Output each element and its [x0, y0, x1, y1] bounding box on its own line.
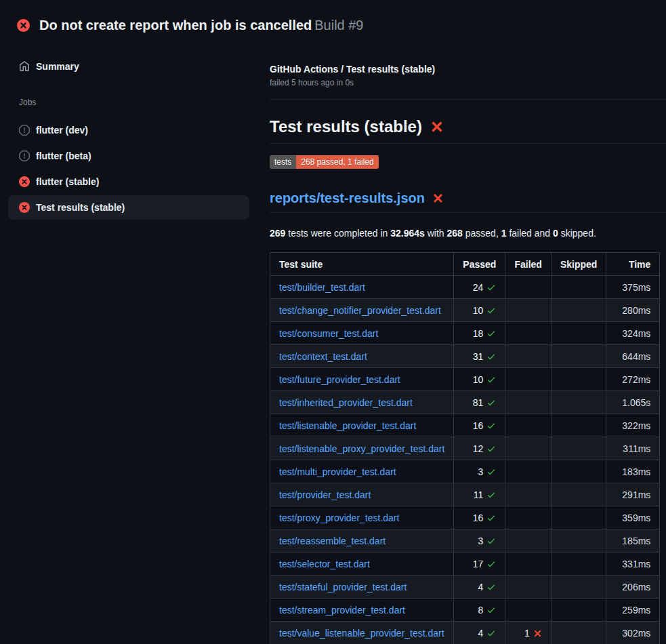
suite-link[interactable]: test/multi_provider_test.dart [279, 466, 396, 477]
suite-link[interactable]: test/proxy_provider_test.dart [279, 512, 399, 523]
suite-link[interactable]: test/selector_test.dart [279, 559, 370, 569]
passed-cell: 8 [454, 599, 505, 622]
suite-link[interactable]: test/inherited_provider_test.dart [279, 397, 413, 408]
column-header: Passed [454, 253, 505, 276]
suite-cell: test/reassemble_test.dart [270, 529, 454, 552]
badge-value: 268 passed, 1 failed [296, 155, 378, 169]
skipped-cell [551, 345, 606, 368]
summary-line: 269 tests were completed in 32.964s with… [270, 228, 666, 239]
failed-cell [505, 437, 551, 460]
test-results-table: Test suitePassedFailedSkippedTime test/b… [270, 252, 660, 644]
table-row: test/change_notifier_provider_test.dart1… [270, 299, 660, 322]
breadcrumb: GitHub Actions / Test results (stable) [270, 64, 666, 75]
suite-link[interactable]: test/listenable_proxy_provider_test.dart [279, 443, 444, 454]
passed-cell: 16 [454, 414, 505, 437]
failed-cell [505, 506, 551, 529]
sidebar-job-item[interactable]: flutter (stable) [8, 169, 249, 194]
time-cell: 359ms [606, 506, 660, 529]
skipped-cell [551, 276, 606, 299]
table-row: test/value_listenable_provider_test.dart… [270, 622, 660, 644]
tests-status-badge: tests 268 passed, 1 failed [270, 155, 379, 169]
failed-x-icon [432, 193, 444, 204]
failed-cell [505, 599, 551, 622]
suite-link[interactable]: test/future_provider_test.dart [279, 374, 400, 385]
suite-link[interactable]: test/value_listenable_provider_test.dart [279, 628, 444, 639]
sidebar-job-item[interactable]: flutter (beta) [8, 144, 249, 168]
passed-cell: 12 [454, 437, 505, 460]
sidebar-item-summary[interactable]: Summary [8, 54, 249, 79]
sidebar-job-item[interactable]: flutter (dev) [8, 118, 249, 142]
check-icon [486, 467, 496, 477]
passed-cell: 10 [454, 368, 505, 391]
time-cell: 1.065s [606, 391, 660, 414]
suite-cell: test/multi_provider_test.dart [270, 460, 454, 483]
divider [270, 99, 666, 100]
suite-cell: test/inherited_provider_test.dart [270, 391, 454, 414]
suite-link[interactable]: test/consumer_test.dart [279, 328, 378, 339]
check-icon [486, 375, 496, 384]
time-cell: 259ms [606, 599, 660, 622]
suite-link[interactable]: test/context_test.dart [279, 351, 367, 362]
failed-circle-icon [19, 176, 30, 187]
table-row: test/stream_provider_test.dart8259ms [270, 599, 660, 622]
check-icon [486, 283, 496, 292]
check-icon [486, 398, 496, 407]
passed-cell: 81 [454, 391, 505, 414]
suite-cell: test/value_listenable_provider_test.dart [270, 622, 454, 644]
job-label: flutter (beta) [36, 150, 91, 161]
table-row: test/inherited_provider_test.dart811.065… [270, 391, 660, 414]
suite-cell: test/listenable_provider_test.dart [270, 414, 454, 437]
check-icon [486, 628, 496, 638]
table-row: test/builder_test.dart24375ms [270, 276, 660, 299]
passed-cell: 17 [454, 552, 505, 576]
skipped-cell [551, 483, 606, 506]
cancelled-stop-icon [19, 125, 30, 136]
suite-link[interactable]: test/provider_test.dart [279, 489, 371, 500]
check-icon [486, 306, 496, 315]
column-header: Failed [505, 253, 551, 276]
failed-cell [505, 576, 551, 599]
suite-link[interactable]: test/reassemble_test.dart [279, 536, 386, 546]
table-row: test/listenable_proxy_provider_test.dart… [270, 437, 660, 460]
passed-cell: 18 [454, 322, 505, 345]
time-cell: 183ms [606, 460, 660, 483]
suite-link[interactable]: test/builder_test.dart [279, 282, 365, 293]
main-content: GitHub Actions / Test results (stable) f… [257, 38, 666, 644]
summary-time: 32.964s [390, 228, 425, 239]
failed-cell [505, 345, 551, 368]
failed-cell: 1 [505, 622, 551, 644]
passed-cell: 4 [454, 576, 505, 599]
page-header: Do not create report when job is cancell… [0, 0, 666, 38]
sidebar-summary-label: Summary [36, 61, 79, 72]
suite-link[interactable]: test/stream_provider_test.dart [279, 605, 405, 616]
skipped-cell [551, 368, 606, 391]
check-icon [486, 582, 496, 592]
failed-cell [505, 483, 551, 506]
sidebar-job-item[interactable]: Test results (stable) [8, 195, 249, 220]
table-row: test/future_provider_test.dart10272ms [270, 368, 660, 391]
failed-cell [505, 414, 551, 437]
check-icon [486, 329, 496, 338]
table-row: test/stateful_provider_test.dart4206ms [270, 576, 660, 599]
report-file-link[interactable]: reports/test-results.json [270, 190, 425, 206]
passed-cell: 3 [454, 529, 505, 552]
badge-label: tests [270, 155, 296, 169]
run-status-line: failed 5 hours ago in 0s [270, 78, 666, 87]
suite-cell: test/stateful_provider_test.dart [270, 576, 454, 599]
skipped-cell [551, 391, 606, 414]
job-label: Test results (stable) [36, 202, 125, 213]
table-row: test/consumer_test.dart18324ms [270, 322, 660, 345]
skipped-cell [551, 622, 606, 644]
suite-link[interactable]: test/listenable_provider_test.dart [279, 420, 416, 431]
suite-link[interactable]: test/change_notifier_provider_test.dart [279, 305, 441, 316]
jobs-section-label: Jobs [8, 98, 249, 107]
suite-link[interactable]: test/stateful_provider_test.dart [279, 582, 407, 592]
skipped-cell [551, 576, 606, 599]
table-row: test/context_test.dart31644ms [270, 345, 660, 368]
suite-cell: test/consumer_test.dart [270, 322, 454, 345]
failed-cell [505, 299, 551, 322]
skipped-cell [551, 299, 606, 322]
passed-cell: 11 [454, 483, 505, 506]
check-icon [486, 421, 496, 430]
section-title: Test results (stable) [270, 117, 666, 144]
